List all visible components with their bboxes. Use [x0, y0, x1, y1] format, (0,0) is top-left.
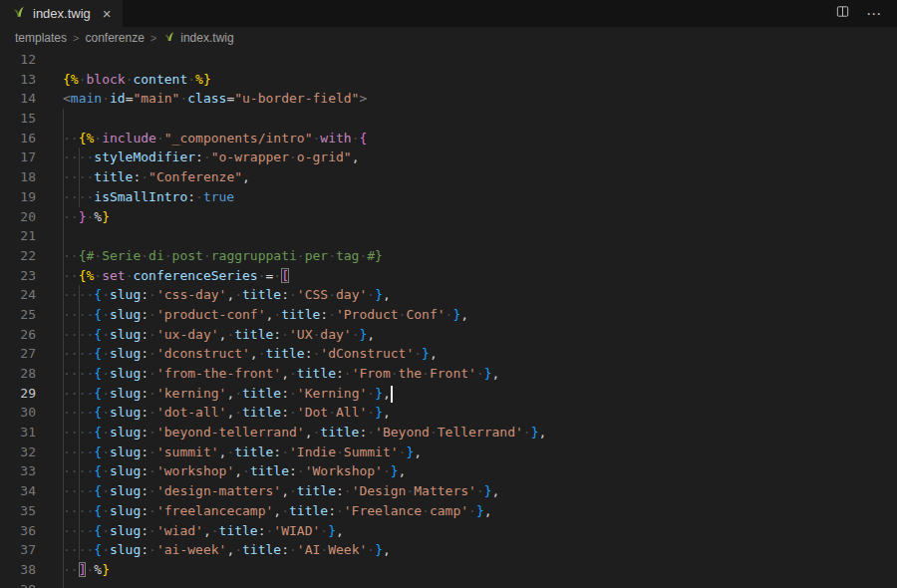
code-token: title — [320, 425, 359, 440]
code-line-content: ····title:·"Conferenze", — [63, 167, 897, 187]
code-token: 'beyond-tellerrand' — [156, 425, 305, 440]
code-editor[interactable]: 1213{%·block·content·%}14<main·id="main"… — [0, 49, 897, 588]
code-token: "_components/intro" — [164, 131, 313, 146]
code-line[interactable]: 30····{·slug:·'dot-all',·title:·'Dot·All… — [0, 403, 897, 423]
line-number: 12 — [0, 50, 36, 70]
code-line[interactable]: 39 — [0, 580, 897, 588]
whitespace-dots: · — [523, 425, 531, 440]
twig-file-icon — [11, 4, 26, 23]
code-line[interactable]: 34····{·slug:·'design-matters',·title:·'… — [0, 481, 897, 501]
code-token: : — [141, 287, 149, 302]
code-line[interactable]: 23··{%·set·conferenceSeries·=·[ — [0, 266, 897, 286]
whitespace-dots: · — [320, 523, 328, 538]
code-line[interactable]: 26····{·slug:·'ux-day',·title:·'UX·day'·… — [0, 325, 897, 345]
whitespace-dots: ·· — [63, 268, 79, 283]
code-token: styleModifier — [94, 149, 195, 164]
whitespace-dots: · — [328, 248, 336, 263]
whitespace-dots: · — [141, 248, 149, 263]
code-token: : — [141, 405, 149, 420]
more-actions-icon[interactable]: ⋯ — [866, 5, 882, 23]
code-token: < — [63, 91, 71, 106]
whitespace-dots: · — [344, 366, 352, 381]
code-line[interactable]: 37····{·slug:·'ai-week',·title:·'AI·Week… — [0, 540, 897, 560]
whitespace-dots: · — [281, 503, 289, 518]
code-token: 'Freelance — [344, 503, 422, 518]
code-line[interactable]: 19····isSmallIntro:·true — [0, 187, 897, 207]
whitespace-dots: · — [102, 463, 110, 478]
code-token: the — [399, 366, 422, 381]
code-line[interactable]: 22··{#·Serie·di·post·raggruppati·per·tag… — [0, 246, 897, 266]
code-line-content: ····{·slug:·'workshop',·title:·'Workshop… — [63, 461, 897, 481]
code-token: Tellerrand' — [438, 425, 523, 440]
code-token: {% — [79, 131, 95, 146]
code-line[interactable]: 13{%·block·content·%} — [0, 70, 897, 90]
split-editor-icon[interactable] — [835, 4, 850, 23]
code-token: title — [242, 386, 281, 401]
code-token: raggruppati — [211, 248, 297, 263]
whitespace-dots: · — [328, 287, 336, 302]
whitespace-dots: ·· — [63, 562, 79, 577]
whitespace-dots: · — [149, 307, 156, 322]
code-token: , — [414, 444, 422, 459]
code-token: } — [102, 209, 110, 224]
code-line[interactable]: 12 — [0, 50, 897, 70]
code-token: isSmallIntro — [94, 189, 187, 204]
code-line[interactable]: 15 — [0, 109, 897, 129]
whitespace-dots: · — [367, 386, 375, 401]
whitespace-dots: · — [149, 425, 156, 440]
code-line[interactable]: 18····title:·"Conferenze", — [0, 167, 897, 187]
code-token: { — [94, 542, 102, 557]
whitespace-dots: · — [149, 287, 156, 302]
code-token: title — [242, 542, 281, 557]
code-token: title — [281, 307, 320, 322]
code-token: : — [141, 542, 149, 557]
whitespace-dots: · — [422, 503, 430, 518]
line-number: 31 — [0, 423, 36, 442]
code-line[interactable]: 35····{·slug:·'freelancecamp',·title:·'F… — [0, 501, 897, 521]
code-token: {% — [79, 268, 95, 283]
code-token: } — [375, 287, 383, 302]
breadcrumb-item-conferenze[interactable]: conferenze — [85, 31, 144, 45]
code-line[interactable]: 24····{·slug:·'css-day',·title:·'CSS·day… — [0, 285, 897, 305]
code-token: 'From — [352, 366, 391, 381]
code-line[interactable]: 25····{·slug:·'product-conf',·title:·'Pr… — [0, 305, 897, 325]
code-line[interactable]: 14<main·id="main"·class="u-border-field"… — [0, 89, 897, 109]
code-token: [ — [281, 268, 289, 283]
code-line[interactable]: 27····{·slug:·'dconstruct',·title:·'dCon… — [0, 344, 897, 364]
whitespace-dots: · — [258, 346, 266, 361]
code-line[interactable]: 16··{%·include·"_components/intro"·with·… — [0, 129, 897, 148]
whitespace-dots: · — [336, 503, 344, 518]
code-line-content — [63, 50, 897, 70]
code-line[interactable]: 20··}·%} — [0, 207, 897, 227]
tab-index-twig[interactable]: index.twig × — [0, 0, 123, 27]
code-line[interactable]: 28····{·slug:·'from-the-front',·title:·'… — [0, 364, 897, 384]
code-line[interactable]: 21 — [0, 226, 897, 246]
code-token: } — [422, 346, 430, 361]
code-line-content — [63, 226, 897, 246]
whitespace-dots: ·· — [63, 209, 79, 224]
whitespace-dots: · — [414, 346, 422, 361]
code-line[interactable]: 17····styleModifier:·"o-wrapper·o-grid", — [0, 147, 897, 167]
whitespace-dots: · — [289, 542, 297, 557]
breadcrumb-separator: > — [150, 32, 156, 44]
code-token: , — [492, 366, 500, 381]
whitespace-dots: · — [468, 503, 476, 518]
code-line[interactable]: 33····{·slug:·'workshop',·title:·'Worksh… — [0, 461, 897, 481]
code-token: : — [328, 503, 336, 518]
code-line[interactable]: 29····{·slug:·'kerning',·title:·'Kerning… — [0, 384, 897, 404]
code-line[interactable]: 31····{·slug:·'beyond-tellerrand',·title… — [0, 423, 897, 442]
breadcrumb-item-file[interactable]: index.twig — [162, 30, 233, 46]
code-line[interactable]: 32····{·slug:·'summit',·title:·'Indie·Su… — [0, 442, 897, 462]
code-token: 'summit' — [156, 444, 219, 459]
code-line[interactable]: 36····{·slug:·'wiad',·title:·'WIAD'·}, — [0, 521, 897, 541]
code-token: slug — [110, 483, 141, 498]
code-token: 'dConstruct' — [320, 346, 414, 361]
line-number: 36 — [0, 521, 36, 541]
code-token: 'AI — [297, 542, 320, 557]
tab-close-icon[interactable]: × — [103, 6, 112, 21]
indent-guide — [63, 207, 64, 227]
breadcrumb-item-templates[interactable]: templates — [15, 31, 67, 45]
code-line[interactable]: 38··]·%} — [0, 560, 897, 580]
code-token: , — [242, 169, 250, 184]
indent-guide — [63, 521, 64, 541]
